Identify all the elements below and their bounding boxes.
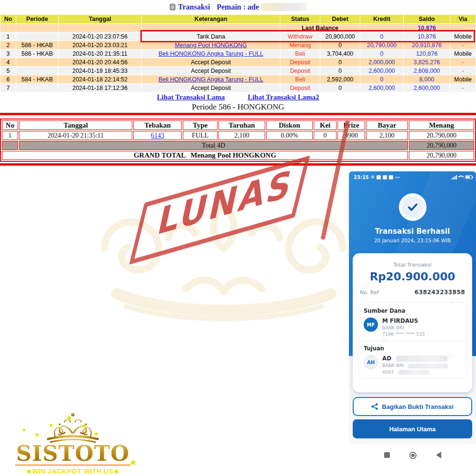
total-4d-label: Total 4D [19,141,408,150]
table-row: 2 586 - HKAB 2024-01-20 23:03:21 Menang … [0,41,476,49]
dest-avatar: AH [364,355,378,369]
share-button-label: Bagikan Bukti Transaksi [382,403,453,410]
back-icon[interactable] [436,452,441,458]
col-keterangan: Keterangan [142,15,280,23]
home-button-label: Halaman Utama [389,426,436,433]
dest-account-redaction [398,370,429,375]
table-row: 3 586 - HKAB 2024-01-20 21:35:11 Beli HO… [0,50,476,58]
dest-account-number: 4097 [382,369,394,375]
col-periode: Periode [16,15,58,23]
periode-table: No Tanggal Tebakan Type Taruhan Diskon K… [0,119,476,162]
phone-status-bar: 23:15 ⚙ ⋯ [354,174,472,180]
title-transaksi: Transaksi [178,3,210,11]
keterangan-link[interactable]: Menang Pool HONGKONG [175,42,247,49]
success-datetime: 20 Januari 2024, 23:15:06 WIB [349,238,476,243]
star-icon: ★ [81,422,87,429]
last-balance-label: Last Balance [280,24,360,32]
total-4d-row: Total 4D 20,790,000 [2,141,474,150]
table-row: 7 2024-01-18 17:12:36 Accept Deposit Dep… [0,84,476,92]
ref-value: 638243233858 [415,289,465,296]
logo-tagline: ★WIN JACKPOT WITH US★ [13,467,132,475]
phone-receipt: 23:15 ⚙ ⋯ Transaksi Berhasil 20 Januari … [349,171,476,466]
total-4d-value: 20,790,000 [409,141,474,150]
source-label: Sumber Dana [364,307,461,314]
col-debet: Debet [320,15,360,23]
source-bank: BANK BRI [382,325,425,330]
android-nav-bar [349,444,476,466]
total-amount: Rp20.900.000 [353,270,472,283]
keterangan-link[interactable]: Beli HONGKONG Angka Tarung - FULL [159,50,263,57]
star-icon: ★ [22,427,27,433]
dest-bank-redaction [408,364,448,368]
grand-total-desc: Menang Pool HONGKONG [190,151,276,159]
stamp-frame [129,155,310,265]
tebakan-link[interactable]: 6143 [151,132,164,139]
notification-icon [377,175,381,179]
col-no: No [0,15,16,23]
grand-total-row: GRAND TOTALMenang Pool HONGKONG 20,790,0… [2,151,474,160]
star-icon: ★ [49,422,54,429]
page: TransaksiPemain : ade No Periode Tanggal… [0,0,476,476]
dest-name: AD [382,355,391,362]
lihat-transaksi-lama-link[interactable]: Lihat Transaksi Lama [157,93,225,101]
share-icon [371,403,378,410]
sistoto-logo: ★ ★ ★ ★ ★ ★ ★ SISTOTO ★WIN JACKPOT WITH … [13,409,141,476]
table-row: 4 2024-01-20 20:44:56 Accept Deposit Dep… [0,58,476,66]
home-icon[interactable] [409,452,416,459]
star-icon: ★ [34,431,40,438]
recents-icon[interactable] [384,452,390,458]
col-tanggal: Tanggal [59,15,141,23]
last-balance-value: 10,876 [404,24,450,32]
divider [358,341,466,341]
periode-header-row: No Tanggal Tebakan Type Taruhan Diskon K… [2,120,474,130]
title-pemain: Pemain : ade [217,3,259,11]
receipt-card: BRI BRI BRI BRI BRI Total Transaksi Rp20… [353,253,472,392]
table-header-row: No Periode Tanggal Keterangan Status Deb… [0,15,476,23]
logo-underline [15,465,130,466]
ref-label: No. Ref [360,289,379,296]
periode-table-section: No Tanggal Tebakan Type Taruhan Diskon K… [0,113,476,166]
star-icon: ★ [26,467,32,475]
source-account: MF M FIRDAUS BANK BRI 7196 **** **** 533 [364,317,461,337]
grand-total-label: GRAND TOTAL [134,151,186,159]
col-kredit: Kredit [360,15,403,23]
notification-icon [389,175,393,179]
home-page-button[interactable]: Halaman Utama [353,419,472,438]
last-balance-row: Last Balance 10,876 [0,24,476,32]
star-icon: ★ [113,467,119,475]
gear-icon: ⚙ [371,175,375,179]
source-account-number: 7196 **** **** 533 [382,331,425,337]
table-row: 5 2024-01-19 18:45:33 Accept Deposit Dep… [0,67,476,75]
lihat-transaksi-lama2-link[interactable]: Lihat Transaksi Lama2 [248,93,319,101]
total-transaksi-label: Total Transaksi [353,262,472,268]
signal-icon [452,175,457,179]
page-title: TransaksiPemain : ade [0,3,476,11]
logo-text: SISTOTO [13,441,132,466]
notification-icon [383,175,387,179]
star-icon: ★ [66,413,73,423]
success-title: Transaksi Berhasil [349,227,476,236]
gold-ornament-watermark [90,177,357,325]
periode-title: Periode 586 - HONGKONG [0,102,476,112]
wifi-icon [458,174,464,180]
source-avatar: MF [364,317,378,332]
more-notifications-icon: ⋯ [395,175,400,180]
dest-label: Tujuan [364,345,461,352]
col-via: Via [450,15,476,23]
accounts-box: Sumber Dana MF M FIRDAUS BANK BRI 7196 *… [358,302,467,379]
clipboard-icon [169,3,176,10]
transactions-table: No Periode Tanggal Keterangan Status Deb… [0,14,476,92]
share-receipt-button[interactable]: Bagikan Bukti Transaksi [353,397,472,416]
history-links: Lihat Transaksi Lama Lihat Transaksi Lam… [0,93,476,101]
dest-name-redaction [396,356,447,362]
grand-total-value: 20,790,000 [409,151,474,160]
source-name: M FIRDAUS [382,317,425,324]
col-status: Status [280,15,320,23]
stamp-text: LUNAS [141,159,306,248]
keterangan-link[interactable]: Beli HONGKONG Angka Tarung - FULL [159,76,263,83]
star-icon: ★ [93,430,99,437]
success-check-icon [399,193,426,221]
dest-account: AH AD BANK BRI 4097 [364,355,461,375]
status-time: 23:15 [354,175,369,180]
bet-row: 1 2024-01-20 21:35:11 6143 FULL 2,100 0.… [2,131,474,140]
